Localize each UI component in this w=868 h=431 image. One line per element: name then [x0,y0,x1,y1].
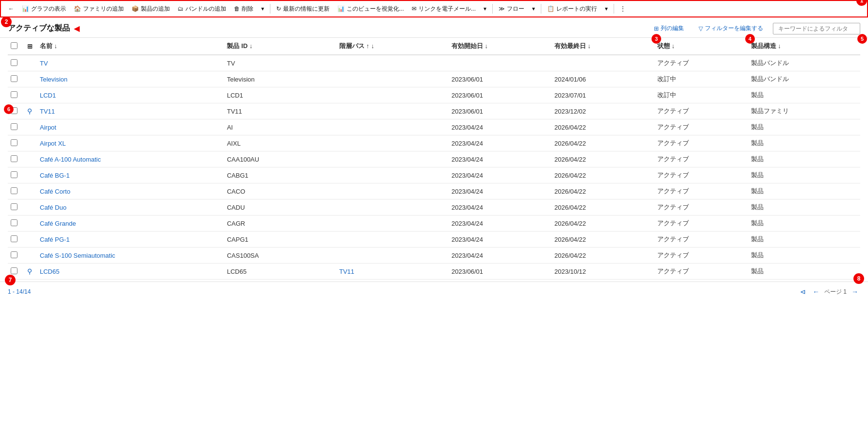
end-date-cell: 2024/01/06 [551,71,654,87]
row-checkbox[interactable] [11,91,17,98]
product-name-link[interactable]: Airpot [40,124,56,131]
row-checkbox[interactable] [11,155,17,162]
path-link[interactable]: TV11 [339,268,354,275]
back-button[interactable]: ← [5,4,17,14]
toolbar: ← 📊 グラフの表示 🏠 ファミリの追加 📦 製品の追加 🗂 バンドルの追加 🗑… [0,0,868,17]
keyword-filter-input[interactable] [773,23,860,34]
row-checkbox[interactable] [11,235,17,242]
page-title: アクティブな製品 [8,23,70,33]
status-cell: アクティブ [654,103,748,119]
table-row: TelevisionTelevision2023/06/012024/01/06… [8,71,860,87]
add-product-button[interactable]: 📦 製品の追加 [128,3,173,15]
row-checkbox[interactable] [11,187,17,194]
product-name-link[interactable]: Café PG-1 [40,236,69,243]
row-checkbox[interactable] [11,203,17,210]
add-family-button[interactable]: 🏠 ファミリの追加 [70,3,127,15]
page-label: ページ 1 [824,288,847,296]
product-id-cell: CAPG1 [224,232,336,248]
status-cell: アクティブ [654,119,748,135]
product-name-link[interactable]: Café S-100 Semiautomatic [40,252,115,259]
path-cell [336,248,449,264]
path-cell [336,55,449,71]
product-name-link[interactable]: Café Duo [40,204,67,211]
start-date-cell: 2023/04/24 [449,248,551,264]
row-checkbox[interactable] [11,219,17,226]
name-column-header[interactable]: 名前 ↓ [37,38,224,55]
structure-column-header[interactable]: 製品構造 ↓ 5 [748,38,860,55]
row-checkbox[interactable] [11,139,17,146]
product-name-link[interactable]: Café A-100 Automatic [40,156,101,163]
checkbox-column-header [8,38,22,55]
first-page-button[interactable]: ⊲ [798,287,808,297]
start-date-cell: 2023/04/24 [449,216,551,232]
path-column-header[interactable]: 階層パス ↑ ↓ [336,38,449,55]
table-body: TVTVアクティブ製品バンドルTelevisionTelevision2023/… [8,55,860,280]
refresh-button[interactable]: ↻ 最新の情報に更新 [273,3,333,15]
status-column-header[interactable]: 状態 ↓ 4 [654,38,748,55]
page-header: 2 アクティブな製品 ◀ ⊞ 列の編集 ▽ フィルターを編集する [0,17,868,37]
product-name-link[interactable]: Café Grande [40,220,76,227]
table-row: AirpotAI2023/04/242026/04/22アクティブ製品 [8,119,860,135]
more-icon: ⋮ [620,5,626,12]
graph-button[interactable]: 📊 グラフの表示 [18,3,69,15]
end-date-cell: 2023/07/01 [551,87,654,103]
visualize-button[interactable]: 📊 このビューを視覚化... [334,3,407,15]
start-date-cell: 2023/04/24 [449,183,551,199]
product-id-column-header[interactable]: 製品 ID ↓ [224,38,336,55]
delete-dropdown-button[interactable]: ▾ [258,4,267,14]
end-date-cell: 2026/04/22 [551,135,654,151]
more-options-button[interactable]: ⋮ [617,4,629,14]
product-name-link[interactable]: TV [40,60,48,67]
hierarchy-header-icon: ⊞ [27,43,33,50]
product-name-link[interactable]: LCD65 [40,268,59,275]
row-checkbox[interactable] [11,59,17,66]
report-dropdown-button[interactable]: ▾ [601,4,611,14]
add-bundle-button[interactable]: 🗂 バンドルの追加 [174,3,230,15]
product-name-link[interactable]: TV11 [40,108,55,115]
table-row: ⚲6TV11TV112023/06/012023/12/02アクティブ製品ファミ… [8,103,860,119]
end-date-cell: 2023/10/12 [551,264,654,280]
delete-button[interactable]: 🗑 削除 [231,3,257,15]
end-date-column-header[interactable]: 有効最終日 ↓ 3 [551,38,654,55]
table-row: Airpot XLAIXL2023/04/242026/04/22アクティブ製品 [8,135,860,151]
product-id-cell: CACO [224,183,336,199]
product-id-cell: AIXL [224,135,336,151]
structure-cell: 製品 [748,264,860,280]
email-link-button[interactable]: ✉ リンクを電子メール... [408,3,479,15]
product-name-link[interactable]: Airpot XL [40,140,66,147]
product-id-cell: CABG1 [224,167,336,183]
row-checkbox[interactable] [11,171,17,178]
email-dropdown-button[interactable]: ▾ [480,4,490,14]
product-id-cell: CAGR [224,216,336,232]
next-page-button[interactable]: → [850,287,860,297]
run-report-button[interactable]: 📋 レポートの実行 [544,3,601,15]
status-cell: アクティブ [654,135,748,151]
product-name-link[interactable]: Café Corto [40,188,70,195]
prev-page-button[interactable]: ← [811,287,821,297]
row-icon-cell [22,55,37,71]
row-checkbox[interactable] [11,251,17,258]
product-name-link[interactable]: Television [40,76,67,83]
start-date-cell: 2023/04/24 [449,232,551,248]
path-cell [336,199,449,216]
flow-dropdown-button[interactable]: ▾ [529,4,538,14]
row-checkbox[interactable] [11,123,17,130]
product-name-link[interactable]: LCD1 [40,92,56,99]
row-checkbox[interactable] [11,75,17,82]
product-name-link[interactable]: Café BG-1 [40,172,69,179]
edit-columns-button[interactable]: ⊞ 列の編集 [649,22,689,34]
select-all-checkbox[interactable] [11,42,17,49]
edit-filter-button[interactable]: ▽ フィルターを編集する [694,22,768,34]
table-wrapper: ⊞ 名前 ↓ 製品 ID ↓ 階層パス ↑ ↓ 有効開始日 ↓ 有効最終日 ↓ … [0,37,868,280]
flow-dropdown-icon: ▾ [532,5,535,12]
header-actions: ⊞ 列の編集 ▽ フィルターを編集する [649,22,860,34]
start-date-column-header[interactable]: 有効開始日 ↓ [449,38,551,55]
status-cell: アクティブ [654,248,748,264]
structure-cell: 製品ファミリ [748,103,860,119]
title-dropdown-arrow[interactable]: ◀ [74,24,80,33]
row-checkbox[interactable] [11,267,17,274]
delete-icon: 🗑 [234,5,240,12]
flow-button[interactable]: ≫ フロー [495,3,528,15]
structure-cell: 製品バンドル [748,55,860,71]
row-icon-cell [22,199,37,216]
